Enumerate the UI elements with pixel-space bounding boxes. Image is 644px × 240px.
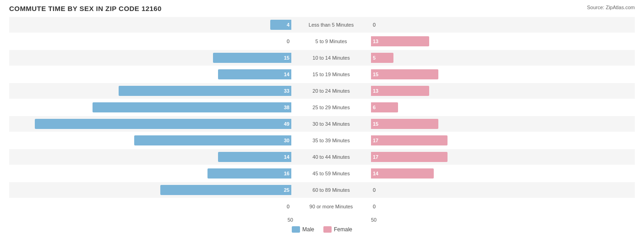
- legend-row: Male Female: [9, 226, 635, 233]
- legend-male: Male: [292, 226, 314, 233]
- left-section: 14: [9, 69, 293, 79]
- male-value: 0: [280, 204, 289, 209]
- right-section: 17: [369, 152, 635, 162]
- female-value: 15: [373, 121, 378, 127]
- male-value: 14: [284, 154, 289, 160]
- male-value: 0: [280, 39, 289, 44]
- bar-row: 1645 to 59 Minutes14: [9, 166, 635, 181]
- right-section: 5: [369, 53, 635, 63]
- male-label: Male: [302, 226, 314, 233]
- right-section: 13: [369, 86, 635, 96]
- male-value: 25: [284, 187, 289, 193]
- bar-row: 1415 to 19 Minutes15: [9, 67, 635, 82]
- male-value: 33: [284, 88, 289, 94]
- female-value: 13: [373, 39, 378, 44]
- left-section: 33: [9, 86, 293, 96]
- chart-area: 4Less than 5 Minutes005 to 9 Minutes1315…: [9, 17, 635, 214]
- male-bar: 14: [218, 69, 291, 79]
- left-section: 4: [9, 20, 293, 30]
- row-label: Less than 5 Minutes: [293, 22, 369, 28]
- male-bar: 38: [93, 102, 291, 112]
- left-section: 0: [9, 36, 293, 46]
- female-bar: 15: [371, 69, 438, 79]
- female-value: 17: [373, 138, 378, 143]
- female-value: 0: [373, 187, 382, 193]
- bar-row: 4930 to 34 Minutes15: [9, 116, 635, 132]
- male-bar: 15: [213, 53, 291, 63]
- right-section: 17: [369, 135, 635, 145]
- bar-row: 05 to 9 Minutes13: [9, 33, 635, 49]
- right-section: 0: [369, 201, 635, 212]
- right-section: 13: [369, 36, 635, 46]
- female-color-swatch: [323, 226, 332, 233]
- left-section: 25: [9, 185, 293, 195]
- male-value: 30: [284, 138, 289, 143]
- bar-row: 3825 to 29 Minutes6: [9, 100, 635, 115]
- row-label: 15 to 19 Minutes: [293, 72, 369, 77]
- left-section: 0: [9, 201, 293, 212]
- row-label: 35 to 39 Minutes: [293, 138, 369, 143]
- female-bar: 5: [371, 53, 393, 63]
- axis-right: 50: [369, 217, 635, 223]
- female-value: 6: [373, 105, 376, 110]
- male-bar: 33: [119, 86, 291, 96]
- female-bar: 14: [371, 168, 434, 179]
- row-label: 40 to 44 Minutes: [293, 154, 369, 160]
- row-label: 60 to 89 Minutes: [293, 187, 369, 193]
- row-label: 30 to 34 Minutes: [293, 121, 369, 127]
- male-value: 38: [284, 105, 289, 110]
- female-value: 15: [373, 72, 378, 77]
- male-bar: 25: [160, 185, 291, 195]
- right-section: 0: [369, 185, 635, 195]
- left-section: 49: [9, 119, 293, 129]
- male-bar: 49: [35, 119, 291, 129]
- female-value: 14: [373, 171, 378, 176]
- male-bar: 4: [270, 20, 291, 30]
- female-value: 17: [373, 154, 378, 160]
- row-label: 45 to 59 Minutes: [293, 171, 369, 176]
- left-section: 16: [9, 168, 293, 179]
- male-bar: 30: [134, 135, 291, 145]
- left-section: 30: [9, 135, 293, 145]
- source-text: Source: ZipAtlas.com: [587, 5, 635, 10]
- legend-female: Female: [323, 226, 352, 233]
- female-value: 13: [373, 88, 378, 94]
- bar-row: 3320 to 24 Minutes13: [9, 83, 635, 99]
- male-value: 4: [287, 22, 289, 28]
- female-bar: 15: [371, 119, 438, 129]
- female-bar: 13: [371, 36, 429, 46]
- row-label: 10 to 14 Minutes: [293, 55, 369, 61]
- axis-row: 50 50: [9, 217, 635, 223]
- bar-row: 090 or more Minutes0: [9, 199, 635, 214]
- right-section: 15: [369, 119, 635, 129]
- row-label: 90 or more Minutes: [293, 204, 369, 209]
- right-section: 6: [369, 102, 635, 112]
- female-value: 0: [373, 22, 382, 28]
- male-value: 14: [284, 72, 289, 77]
- right-section: 14: [369, 168, 635, 179]
- male-value: 15: [284, 55, 289, 61]
- left-section: 38: [9, 102, 293, 112]
- male-value: 49: [284, 121, 289, 127]
- female-bar: 6: [371, 102, 398, 112]
- male-color-swatch: [292, 226, 300, 233]
- right-section: 15: [369, 69, 635, 79]
- female-value: 0: [373, 204, 382, 209]
- left-section: 15: [9, 53, 293, 63]
- female-label: Female: [334, 226, 352, 233]
- left-section: 14: [9, 152, 293, 162]
- bar-row: 4Less than 5 Minutes0: [9, 17, 635, 33]
- axis-left: 50: [9, 217, 293, 223]
- male-value: 16: [284, 171, 289, 176]
- male-bar: 14: [218, 152, 291, 162]
- row-label: 20 to 24 Minutes: [293, 88, 369, 94]
- male-bar: 16: [207, 168, 291, 179]
- female-bar: 13: [371, 86, 429, 96]
- row-label: 5 to 9 Minutes: [293, 39, 369, 44]
- female-bar: 17: [371, 152, 448, 162]
- row-label: 25 to 29 Minutes: [293, 105, 369, 110]
- female-value: 5: [373, 55, 376, 61]
- right-section: 0: [369, 20, 635, 30]
- chart-header: COMMUTE TIME BY SEX IN ZIP CODE 12160 So…: [9, 5, 635, 12]
- female-bar: 17: [371, 135, 448, 145]
